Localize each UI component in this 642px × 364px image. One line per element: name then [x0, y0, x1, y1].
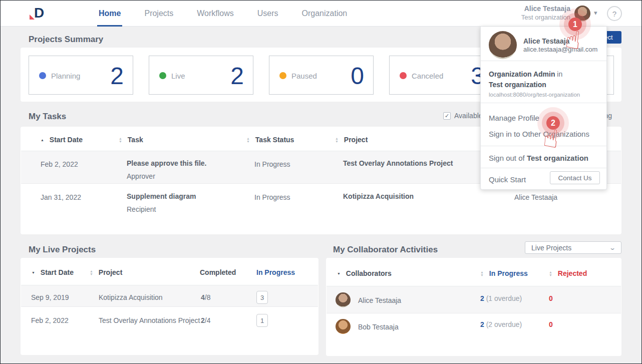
user-dropdown-menu: Alice Testaaja alice.testaaja@gmail.com …	[480, 27, 607, 190]
in-progress-count[interactable]: 1	[256, 314, 268, 327]
collaborator-activities-title: My Collaborator Activities	[333, 245, 438, 255]
task-row-title[interactable]: Supplement diagram	[127, 192, 196, 200]
sort-desc-icon: ▼	[32, 271, 35, 274]
canceled-dot-icon	[400, 72, 407, 79]
hand-cursor-icon: ☝	[564, 25, 582, 56]
nav-tab-projects[interactable]: Projects	[144, 1, 173, 27]
collaborator-name[interactable]: Alice Testaaja	[358, 296, 401, 304]
task-row-role: Recipient	[127, 205, 156, 213]
live-dot-icon	[159, 72, 166, 79]
contact-us-button[interactable]: Contact Us	[550, 171, 600, 184]
projects-col-completed[interactable]: Completed	[200, 268, 236, 276]
task-row-project[interactable]: Test Overlay Annotations Project	[343, 159, 453, 167]
collab-col-collaborators[interactable]: ▼ Collaborators	[337, 269, 392, 277]
chevron-down-icon: ⌄	[609, 244, 616, 251]
collaborator-in-progress: 2 (1 overdue)	[480, 294, 522, 302]
menu-item-sign-out[interactable]: Sign out of Test organization	[489, 154, 588, 162]
task-row-project[interactable]: Kotipizza Acquisition	[343, 192, 414, 200]
sort-icon: ▲▼	[480, 271, 484, 277]
projects-col-project[interactable]: ▲▼ Project	[90, 268, 122, 276]
menu-item-manage-profile[interactable]: Manage Profile	[489, 114, 539, 122]
project-row-completed: 4/8	[201, 293, 210, 301]
menu-item-quick-start[interactable]: Quick Start	[489, 175, 526, 184]
sort-icon: ▲▼	[549, 271, 552, 277]
chevron-down-icon[interactable]: ▾	[594, 9, 597, 17]
task-row-status: In Progress	[254, 160, 290, 168]
project-row-date: Sep 9, 2019	[31, 293, 69, 301]
filter-available-checkbox[interactable]: ✓ Available	[443, 112, 483, 120]
project-row-name[interactable]: Kotipizza Acquisition	[99, 293, 163, 301]
nav-tab-home[interactable]: Home	[99, 1, 121, 27]
user-menu-trigger[interactable]: Alice Testaaja Test organization	[521, 5, 570, 21]
collaborator-rejected: 0	[549, 320, 553, 328]
summary-card-label: Planning	[51, 72, 80, 80]
dropdown-role-line: Organization Admin in	[489, 70, 562, 78]
logo-letter: D	[34, 5, 44, 21]
hand-cursor-icon: ☝	[542, 124, 560, 154]
sort-desc-icon: ▼	[337, 272, 341, 275]
dropdown-avatar	[489, 31, 517, 59]
dropdown-org-name: Test organization	[489, 81, 546, 89]
summary-card-label: Paused	[291, 72, 317, 80]
collaborator-rejected: 0	[549, 294, 553, 302]
summary-card-label: Canceled	[412, 72, 443, 80]
dropdown-user-email: alice.testaaja@gmail.com	[523, 46, 597, 53]
user-name: Alice Testaaja	[521, 5, 570, 13]
task-row-date: Jan 31, 2022	[41, 193, 81, 201]
tasks-col-status[interactable]: ▲▼ Task Status	[246, 136, 294, 144]
summary-card-live[interactable]: Live 2	[149, 56, 253, 95]
task-row-date: Feb 2, 2022	[41, 160, 78, 168]
dropdown-user-name: Alice Testaaja	[523, 37, 569, 45]
summary-card-value: 0	[351, 62, 364, 90]
summary-card-paused[interactable]: Paused 0	[269, 56, 374, 95]
sort-icon: ▲▼	[335, 137, 339, 143]
my-live-projects-title: My Live Projects	[29, 245, 96, 255]
projects-summary-title: Projects Summary	[29, 35, 103, 45]
projects-filter-select[interactable]: Live Projects ⌄	[525, 241, 621, 254]
collaborator-avatar	[336, 292, 351, 307]
projects-col-in-progress[interactable]: In Progress	[256, 268, 295, 276]
summary-card-canceled[interactable]: Canceled 3	[389, 56, 494, 95]
nav-tab-organization[interactable]: Organization	[302, 1, 348, 27]
collab-col-in-progress[interactable]: ▲▼ In Progress	[480, 269, 528, 277]
task-row-title[interactable]: Please approve this file.	[127, 159, 207, 167]
collaborator-in-progress: 2 (2 overdue)	[480, 320, 522, 328]
summary-card-value: 2	[230, 62, 244, 90]
tasks-col-task[interactable]: ▲▼ Task	[119, 136, 143, 144]
planning-dot-icon	[39, 72, 46, 79]
collaborator-avatar	[336, 319, 351, 334]
help-button[interactable]: ?	[607, 6, 622, 21]
project-row-date: Feb 2, 2022	[31, 316, 69, 324]
user-organization: Test organization	[521, 14, 570, 21]
tasks-col-start-date[interactable]: ▲ Start Date	[41, 136, 83, 144]
task-row-owner: Alice Testaaja	[514, 193, 557, 201]
checkbox-check-icon: ✓	[443, 112, 451, 120]
my-tasks-title: My Tasks	[29, 112, 66, 122]
collab-col-rejected[interactable]: ▲▼ Rejected	[549, 269, 587, 277]
task-row-status: In Progress	[254, 193, 290, 201]
dropdown-org-url: localhost:8080/org/test-organization	[489, 92, 580, 98]
summary-card-label: Live	[171, 72, 185, 80]
in-progress-count[interactable]: 3	[256, 291, 268, 304]
top-navbar: D Home Projects Workflows Users Organiza…	[1, 1, 641, 27]
project-row-completed: 2/4	[201, 316, 210, 324]
app-logo[interactable]: D	[30, 5, 52, 22]
sort-icon: ▲▼	[119, 137, 122, 143]
tasks-col-project[interactable]: ▲▼ Project	[335, 136, 368, 144]
collaborator-name[interactable]: Bob Testaaja	[358, 323, 399, 331]
sort-icon: ▲▼	[90, 270, 93, 276]
nav-tab-users[interactable]: Users	[257, 1, 278, 27]
task-row-role: Approver	[127, 172, 155, 180]
projects-col-start-date[interactable]: ▼ Start Date	[32, 268, 74, 276]
menu-item-sign-in-other-orgs[interactable]: Sign in to Other Organizations	[489, 130, 589, 138]
app-window: D Home Projects Workflows Users Organiza…	[0, 0, 642, 364]
summary-card-value: 2	[110, 62, 124, 90]
paused-dot-icon	[279, 72, 286, 79]
sort-icon: ▲▼	[246, 137, 250, 143]
main-nav: Home Projects Workflows Users Organizati…	[99, 1, 347, 27]
project-row-name[interactable]: Test Overlay Annotations Project	[99, 316, 200, 324]
nav-tab-workflows[interactable]: Workflows	[197, 1, 234, 27]
summary-card-planning[interactable]: Planning 2	[29, 56, 133, 95]
sort-asc-icon: ▲	[41, 139, 44, 142]
